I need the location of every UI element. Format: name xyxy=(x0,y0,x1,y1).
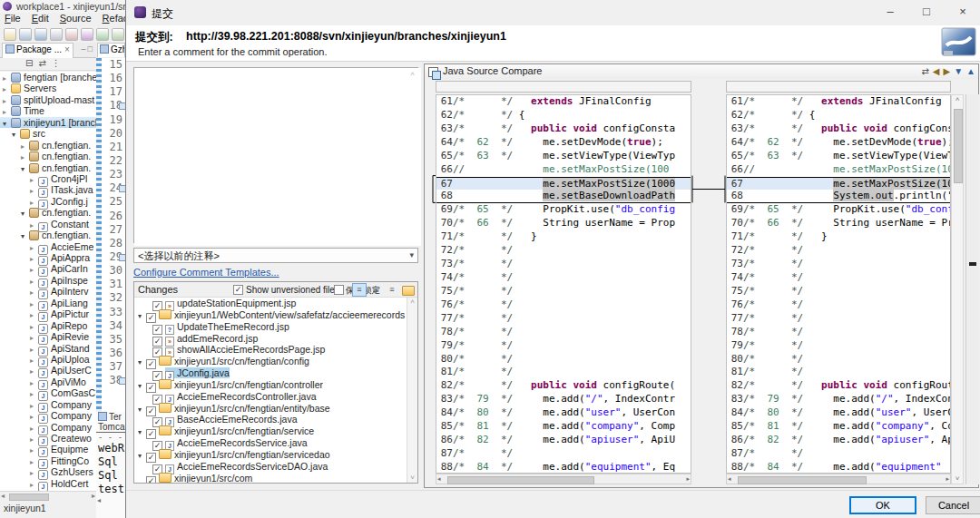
scroll-right-icon[interactable]: ▸ xyxy=(946,475,949,483)
tree-item[interactable]: ▾xinjieyun1 [branch xyxy=(0,117,96,128)
swap-panes-icon[interactable]: ⇄ xyxy=(921,65,928,78)
expander-icon[interactable]: ▾ xyxy=(21,164,29,175)
tree-item[interactable]: ▸JApiUploa xyxy=(0,354,96,365)
changes-item[interactable]: ✓?UpdateTheEmeRecord.jsp xyxy=(134,321,408,333)
changes-item[interactable]: ✓JBaseAccieEmeRecords.java xyxy=(134,414,408,425)
tree-item[interactable]: ▸fengtian [branche xyxy=(0,72,96,83)
new-wizard-icon[interactable] xyxy=(4,28,16,41)
changes-item[interactable]: ✓JAccieEmeRecordsService.java xyxy=(134,437,408,449)
expander-icon[interactable]: ▾ xyxy=(138,451,146,463)
scroll-down-icon[interactable]: ˅ xyxy=(407,474,417,482)
minimize-button[interactable]: – xyxy=(872,0,908,25)
scrollbar-thumb[interactable] xyxy=(738,476,867,484)
print-icon[interactable] xyxy=(50,28,63,41)
tree-mode-icon[interactable]: ≣ xyxy=(368,283,383,297)
configure-templates-link[interactable]: Configure Comment Templates... xyxy=(133,267,279,278)
tab-package-explorer[interactable]: Package ...× xyxy=(2,43,74,58)
changes-item[interactable]: ✓»showAllAccieEmeRecordsPage.jsp xyxy=(134,344,408,356)
item-checkbox[interactable]: ✓ xyxy=(146,476,156,483)
scrollbar-thumb[interactable] xyxy=(954,109,963,183)
copy-all-left-icon[interactable]: ◀ xyxy=(933,65,940,78)
tree-item[interactable]: ▸JApiPictur xyxy=(0,308,96,319)
tab-terminal[interactable]: Ter xyxy=(96,412,125,422)
changes-item[interactable]: ▾✓xinjieyun1/src/cn/fengtian/config xyxy=(134,356,408,367)
ok-button[interactable]: OK xyxy=(849,496,916,514)
package-explorer-hscrollbar[interactable]: ◂ ▸ xyxy=(0,491,96,501)
expander-icon[interactable]: ▾ xyxy=(138,381,146,393)
scroll-up-icon[interactable]: ˄ xyxy=(952,95,963,103)
view-minmax-icons[interactable]: –□ xyxy=(82,44,94,54)
show-unversioned-checkbox[interactable]: ✓ xyxy=(233,285,243,295)
compare-vscrollbar[interactable]: ˄ ˅ xyxy=(951,94,964,484)
changes-item[interactable]: ▾✓xinjieyun1/src/cn/fengtian/service xyxy=(134,425,408,437)
tree-item[interactable]: ▸splitUpload-mast xyxy=(0,94,96,105)
keep-lock-checkbox[interactable] xyxy=(334,285,344,295)
scroll-right-icon[interactable]: ▸ xyxy=(92,492,95,500)
scroll-down-icon[interactable]: ˅ xyxy=(952,474,963,483)
expander-icon[interactable]: ▾ xyxy=(3,119,11,130)
tree-item[interactable]: ▸cn.fengtian. xyxy=(0,151,96,161)
scrollbar-thumb[interactable] xyxy=(9,494,49,501)
tree-item[interactable]: ▸JApiInspe xyxy=(0,275,96,286)
tab-editor-gzh[interactable]: Gzh xyxy=(97,43,125,57)
tree-item[interactable]: ▸JApiRevie xyxy=(0,331,96,342)
next-difference-icon[interactable]: ▼ xyxy=(954,65,963,78)
changes-item[interactable]: ▾✓xinjieyun1/src/cn/fengtian/controller xyxy=(134,379,408,391)
scroll-left-icon[interactable]: ◂ xyxy=(1,492,5,500)
tree-item[interactable]: ▾cn.fengtian. xyxy=(0,162,96,173)
tree-item[interactable]: ▸JCompany xyxy=(0,410,96,421)
tree-item[interactable]: ▸JApiInterv xyxy=(0,286,96,297)
compare-right-pane[interactable]: 61/* */ extends JFinalConfig62/* */ {63/… xyxy=(726,94,951,474)
changes-vscrollbar[interactable]: ˄ ˅ xyxy=(407,298,417,483)
fold-marker-icon[interactable] xyxy=(119,185,125,192)
tree-item[interactable]: ▸JFittingCo xyxy=(0,455,96,466)
compare-left-pane[interactable]: 61/* */ extends JFinalConfig62/* */ {63/… xyxy=(436,94,691,474)
scroll-left-icon[interactable]: ◂ xyxy=(728,475,731,483)
save-icon[interactable] xyxy=(19,28,32,41)
tree-item[interactable]: ▸JConstant xyxy=(0,219,96,230)
tree-item[interactable]: ▸JApiRepo xyxy=(0,320,96,331)
dialog-titlebar[interactable]: 提交 –□× xyxy=(126,0,980,25)
expander-icon[interactable]: ▾ xyxy=(138,427,146,439)
tree-item[interactable]: ▸JCreatewo xyxy=(0,433,96,444)
tree-item[interactable]: ▸JGzhUsers xyxy=(0,466,96,477)
right-pane-hscrollbar[interactable]: ◂ ▸ xyxy=(726,474,951,484)
tree-item[interactable]: ▸JApiLiang xyxy=(0,298,96,308)
tree-item[interactable]: ▸JApiViMo xyxy=(0,376,96,387)
changes-item[interactable]: ✓JJConfig.java xyxy=(134,367,408,379)
tree-item[interactable]: ▸JApiAppra xyxy=(0,252,96,263)
maximize-button[interactable]: □ xyxy=(908,0,945,25)
expander-icon[interactable]: ▾ xyxy=(21,209,29,220)
fold-marker-icon[interactable] xyxy=(119,254,125,261)
previous-comment-dropdown[interactable]: <选择以前的注释> ▾ xyxy=(133,248,418,263)
flat-mode-icon[interactable]: ≡ xyxy=(352,283,367,297)
tree-item[interactable]: ▸JCron4jPl xyxy=(0,173,96,184)
tree-item[interactable]: ▸Time xyxy=(0,105,96,116)
collapse-all-icon[interactable]: ⊟ xyxy=(25,58,33,68)
expander-icon[interactable]: ▸ xyxy=(30,480,38,491)
tree-item[interactable]: ▸Servers xyxy=(0,83,96,93)
changes-item[interactable]: ▾✓xinjieyun1/src/cn/fengtian/servicedao xyxy=(134,449,408,461)
tab-tomcat-console[interactable]: Tomca xyxy=(96,422,125,433)
menu-file[interactable]: File xyxy=(5,13,21,24)
comment-input[interactable] xyxy=(134,68,421,246)
tree-item[interactable]: ▸JHoldCert xyxy=(0,478,96,489)
menu-source[interactable]: Source xyxy=(60,13,92,24)
changes-item[interactable]: ✓»addEmeRecord.jsp xyxy=(134,333,408,345)
compress-mode-icon[interactable]: ≡ xyxy=(385,283,399,297)
expander-icon[interactable]: ▾ xyxy=(12,130,20,141)
console-scroll-left-icon[interactable]: ◂ xyxy=(96,496,125,504)
tree-item[interactable]: ▸JApiUserC xyxy=(0,365,96,376)
tree-item[interactable]: ▸JITask.java xyxy=(0,184,96,195)
tree-item[interactable]: ▾cn.fengtian. xyxy=(0,230,96,240)
group-by-folder-icon[interactable] xyxy=(401,283,416,297)
scroll-up-icon[interactable]: ˄ xyxy=(407,298,417,306)
close-view-icon[interactable]: × xyxy=(64,44,70,54)
changes-item[interactable]: ✓JAccieEmeRecordsController.java xyxy=(134,391,408,403)
tree-item[interactable]: ▸JApiCarIn xyxy=(0,263,96,274)
scroll-right-icon[interactable]: ▸ xyxy=(686,475,690,483)
left-pane-hscrollbar[interactable]: ◂ ▸ xyxy=(436,474,691,484)
changes-item[interactable]: ✓xinjieyun1/src/com xyxy=(134,473,408,483)
tree-item[interactable]: ▾cn.fengtian. xyxy=(0,207,96,218)
scrollbar-thumb[interactable] xyxy=(447,476,594,484)
